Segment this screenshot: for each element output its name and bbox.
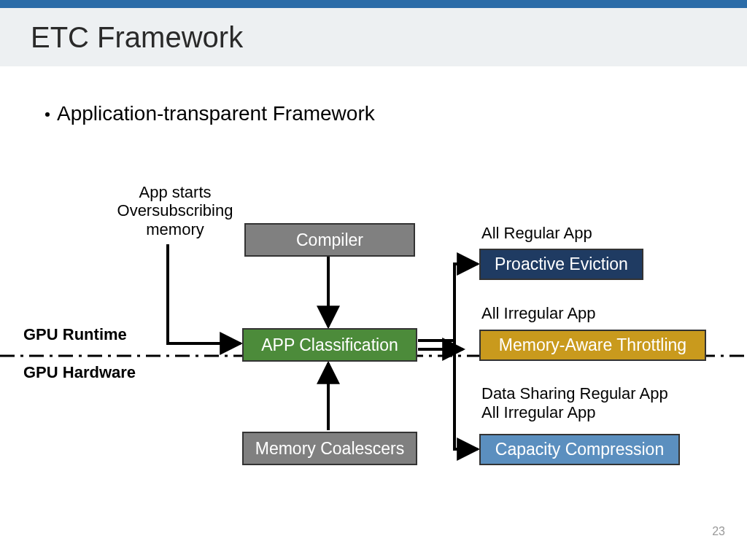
label-gpu-runtime: GPU Runtime <box>23 325 127 343</box>
box-memory-coalescers: Memory Coalescers <box>242 432 417 465</box>
box-app-classification-label: APP Classification <box>261 335 398 355</box>
box-memory-aware-throttling-label: Memory-Aware Throttling <box>499 335 686 355</box>
box-compiler: Compiler <box>244 223 415 257</box>
box-app-classification: APP Classification <box>242 328 417 362</box>
label-data-sharing-1: Data Sharing Regular App <box>481 384 668 402</box>
label-data-sharing-2: All Irregular App <box>481 403 596 421</box>
box-capacity-compression: Capacity Compression <box>479 434 680 465</box>
label-oversubscribe: App starts Oversubscribing memory <box>102 183 248 238</box>
bullet-dot-icon <box>45 112 50 117</box>
label-gpu-hardware: GPU Hardware <box>23 363 136 381</box>
box-compiler-label: Compiler <box>296 230 363 250</box>
title-band: ETC Framework <box>0 8 747 66</box>
box-proactive-eviction: Proactive Eviction <box>479 249 643 280</box>
accent-bar <box>0 0 747 8</box>
box-memory-aware-throttling: Memory-Aware Throttling <box>479 330 706 361</box>
slide-title: ETC Framework <box>31 21 243 54</box>
label-all-irregular: All Irregular App <box>481 304 596 322</box>
page-number: 23 <box>712 525 725 538</box>
diagram-arrows <box>0 0 747 560</box>
label-all-regular: All Regular App <box>481 224 592 242</box>
box-proactive-eviction-label: Proactive Eviction <box>495 254 628 274</box>
bullet-item: Application-transparent Framework <box>45 102 375 125</box>
box-memory-coalescers-label: Memory Coalescers <box>255 439 405 459</box>
box-capacity-compression-label: Capacity Compression <box>495 440 664 459</box>
bullet-text: Application-transparent Framework <box>57 102 375 125</box>
